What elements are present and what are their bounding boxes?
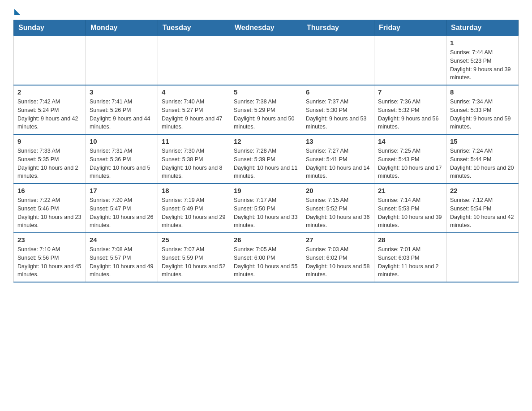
- day-info: Sunrise: 7:19 AM Sunset: 5:49 PM Dayligh…: [162, 196, 226, 230]
- day-number: 11: [162, 137, 226, 145]
- calendar-cell: 3Sunrise: 7:41 AM Sunset: 5:26 PM Daylig…: [86, 85, 158, 134]
- calendar-cell: 18Sunrise: 7:19 AM Sunset: 5:49 PM Dayli…: [158, 184, 230, 233]
- weekday-header-saturday: Saturday: [446, 20, 519, 36]
- page-header: [13, 9, 519, 15]
- calendar-cell: 11Sunrise: 7:30 AM Sunset: 5:38 PM Dayli…: [158, 134, 230, 184]
- calendar-cell: 20Sunrise: 7:15 AM Sunset: 5:52 PM Dayli…: [302, 184, 374, 233]
- day-number: 15: [450, 137, 515, 145]
- day-info: Sunrise: 7:31 AM Sunset: 5:36 PM Dayligh…: [90, 147, 154, 180]
- day-number: 21: [378, 187, 442, 194]
- weekday-header-monday: Monday: [86, 20, 158, 36]
- day-info: Sunrise: 7:24 AM Sunset: 5:44 PM Dayligh…: [450, 147, 515, 180]
- day-number: 1: [450, 39, 515, 47]
- calendar-cell: 7Sunrise: 7:36 AM Sunset: 5:32 PM Daylig…: [374, 85, 446, 134]
- day-info: Sunrise: 7:25 AM Sunset: 5:43 PM Dayligh…: [378, 147, 442, 180]
- calendar-cell: [302, 36, 374, 85]
- day-info: Sunrise: 7:01 AM Sunset: 6:03 PM Dayligh…: [378, 245, 442, 279]
- day-info: Sunrise: 7:33 AM Sunset: 5:35 PM Dayligh…: [17, 147, 82, 180]
- calendar-cell: 8Sunrise: 7:34 AM Sunset: 5:33 PM Daylig…: [446, 85, 519, 134]
- day-info: Sunrise: 7:05 AM Sunset: 6:00 PM Dayligh…: [234, 245, 298, 279]
- calendar-cell: [14, 36, 86, 85]
- calendar-cell: 19Sunrise: 7:17 AM Sunset: 5:50 PM Dayli…: [230, 184, 302, 233]
- calendar-cell: 6Sunrise: 7:37 AM Sunset: 5:30 PM Daylig…: [302, 85, 374, 134]
- day-info: Sunrise: 7:37 AM Sunset: 5:30 PM Dayligh…: [306, 98, 370, 131]
- day-info: Sunrise: 7:14 AM Sunset: 5:53 PM Dayligh…: [378, 196, 442, 230]
- calendar-cell: [230, 36, 302, 85]
- day-info: Sunrise: 7:28 AM Sunset: 5:39 PM Dayligh…: [234, 147, 298, 180]
- week-row-2: 2Sunrise: 7:42 AM Sunset: 5:24 PM Daylig…: [14, 85, 519, 134]
- day-number: 27: [306, 236, 370, 244]
- calendar-cell: 26Sunrise: 7:05 AM Sunset: 6:00 PM Dayli…: [230, 233, 302, 282]
- day-number: 18: [162, 187, 226, 194]
- day-number: 12: [234, 137, 298, 145]
- calendar-cell: 25Sunrise: 7:07 AM Sunset: 5:59 PM Dayli…: [158, 233, 230, 282]
- day-info: Sunrise: 7:30 AM Sunset: 5:38 PM Dayligh…: [162, 147, 226, 180]
- calendar-cell: 15Sunrise: 7:24 AM Sunset: 5:44 PM Dayli…: [446, 134, 519, 184]
- day-info: Sunrise: 7:40 AM Sunset: 5:27 PM Dayligh…: [162, 98, 226, 131]
- day-number: 10: [90, 137, 154, 145]
- calendar-cell: 28Sunrise: 7:01 AM Sunset: 6:03 PM Dayli…: [374, 233, 446, 282]
- day-info: Sunrise: 7:38 AM Sunset: 5:29 PM Dayligh…: [234, 98, 298, 131]
- day-info: Sunrise: 7:07 AM Sunset: 5:59 PM Dayligh…: [162, 245, 226, 279]
- calendar-cell: 23Sunrise: 7:10 AM Sunset: 5:56 PM Dayli…: [14, 233, 86, 282]
- calendar-cell: 27Sunrise: 7:03 AM Sunset: 6:02 PM Dayli…: [302, 233, 374, 282]
- week-row-4: 16Sunrise: 7:22 AM Sunset: 5:46 PM Dayli…: [14, 184, 519, 233]
- day-info: Sunrise: 7:44 AM Sunset: 5:23 PM Dayligh…: [450, 48, 515, 82]
- day-number: 23: [17, 236, 82, 244]
- weekday-header-sunday: Sunday: [14, 20, 86, 36]
- calendar-cell: 21Sunrise: 7:14 AM Sunset: 5:53 PM Dayli…: [374, 184, 446, 233]
- calendar-cell: 16Sunrise: 7:22 AM Sunset: 5:46 PM Dayli…: [14, 184, 86, 233]
- day-number: 24: [90, 236, 154, 244]
- calendar-cell: 1Sunrise: 7:44 AM Sunset: 5:23 PM Daylig…: [446, 36, 519, 85]
- day-number: 28: [378, 236, 442, 244]
- day-number: 9: [17, 137, 82, 145]
- week-row-5: 23Sunrise: 7:10 AM Sunset: 5:56 PM Dayli…: [14, 233, 519, 282]
- calendar-cell: 22Sunrise: 7:12 AM Sunset: 5:54 PM Dayli…: [446, 184, 519, 233]
- day-info: Sunrise: 7:08 AM Sunset: 5:57 PM Dayligh…: [90, 245, 154, 279]
- day-info: Sunrise: 7:22 AM Sunset: 5:46 PM Dayligh…: [17, 196, 82, 230]
- day-info: Sunrise: 7:36 AM Sunset: 5:32 PM Dayligh…: [378, 98, 442, 131]
- week-row-1: 1Sunrise: 7:44 AM Sunset: 5:23 PM Daylig…: [14, 36, 519, 85]
- day-number: 8: [450, 88, 515, 96]
- day-info: Sunrise: 7:12 AM Sunset: 5:54 PM Dayligh…: [450, 196, 515, 230]
- calendar-cell: 2Sunrise: 7:42 AM Sunset: 5:24 PM Daylig…: [14, 85, 86, 134]
- weekday-header-tuesday: Tuesday: [158, 20, 230, 36]
- weekday-header-wednesday: Wednesday: [230, 20, 302, 36]
- week-row-3: 9Sunrise: 7:33 AM Sunset: 5:35 PM Daylig…: [14, 134, 519, 184]
- day-number: 5: [234, 88, 298, 96]
- calendar-cell: 14Sunrise: 7:25 AM Sunset: 5:43 PM Dayli…: [374, 134, 446, 184]
- day-number: 2: [17, 88, 82, 96]
- day-number: 16: [17, 187, 82, 194]
- calendar-cell: 17Sunrise: 7:20 AM Sunset: 5:47 PM Dayli…: [86, 184, 158, 233]
- calendar-cell: [158, 36, 230, 85]
- weekday-header-row: SundayMondayTuesdayWednesdayThursdayFrid…: [14, 20, 519, 36]
- calendar-cell: 9Sunrise: 7:33 AM Sunset: 5:35 PM Daylig…: [14, 134, 86, 184]
- day-info: Sunrise: 7:20 AM Sunset: 5:47 PM Dayligh…: [90, 196, 154, 230]
- logo-triangle-icon: [14, 9, 21, 15]
- calendar-cell: [86, 36, 158, 85]
- weekday-header-thursday: Thursday: [302, 20, 374, 36]
- calendar-cell: [374, 36, 446, 85]
- day-number: 20: [306, 187, 370, 194]
- calendar-table: SundayMondayTuesdayWednesdayThursdayFrid…: [13, 20, 519, 283]
- day-info: Sunrise: 7:34 AM Sunset: 5:33 PM Dayligh…: [450, 98, 515, 131]
- day-number: 7: [378, 88, 442, 96]
- day-info: Sunrise: 7:17 AM Sunset: 5:50 PM Dayligh…: [234, 196, 298, 230]
- day-number: 14: [378, 137, 442, 145]
- day-number: 13: [306, 137, 370, 145]
- day-number: 22: [450, 187, 515, 194]
- day-number: 3: [90, 88, 154, 96]
- calendar-cell: [446, 233, 519, 282]
- logo: [13, 9, 21, 15]
- day-number: 4: [162, 88, 226, 96]
- day-number: 25: [162, 236, 226, 244]
- calendar-cell: 12Sunrise: 7:28 AM Sunset: 5:39 PM Dayli…: [230, 134, 302, 184]
- calendar-cell: 24Sunrise: 7:08 AM Sunset: 5:57 PM Dayli…: [86, 233, 158, 282]
- day-number: 6: [306, 88, 370, 96]
- calendar-cell: 4Sunrise: 7:40 AM Sunset: 5:27 PM Daylig…: [158, 85, 230, 134]
- day-info: Sunrise: 7:41 AM Sunset: 5:26 PM Dayligh…: [90, 98, 154, 131]
- day-number: 26: [234, 236, 298, 244]
- calendar-cell: 5Sunrise: 7:38 AM Sunset: 5:29 PM Daylig…: [230, 85, 302, 134]
- calendar-cell: 13Sunrise: 7:27 AM Sunset: 5:41 PM Dayli…: [302, 134, 374, 184]
- day-info: Sunrise: 7:27 AM Sunset: 5:41 PM Dayligh…: [306, 147, 370, 180]
